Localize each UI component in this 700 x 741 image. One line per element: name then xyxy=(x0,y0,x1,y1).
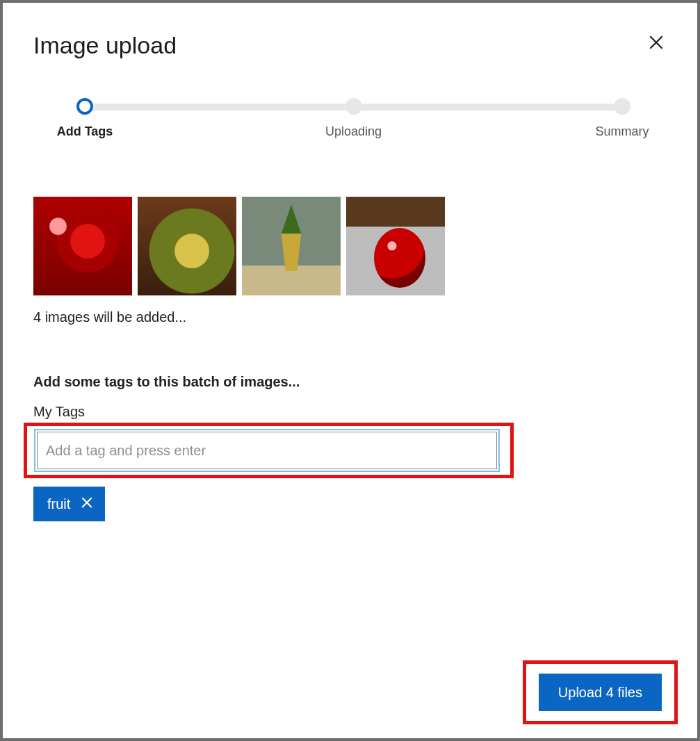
step-dot-icon xyxy=(76,98,93,115)
upload-button-highlight: Upload 4 files xyxy=(523,660,678,724)
tag-input-highlight xyxy=(24,423,514,478)
tag-chip-label: fruit xyxy=(47,496,70,512)
thumbnail-image[interactable] xyxy=(346,197,445,295)
step-label: Add Tags xyxy=(36,124,133,139)
dialog-header: Image upload xyxy=(33,32,667,59)
my-tags-label: My Tags xyxy=(33,404,667,420)
close-icon xyxy=(647,33,665,51)
progress-stepper: Add Tags Uploading Summary xyxy=(76,98,630,140)
tag-chip[interactable]: fruit xyxy=(33,487,105,521)
close-button[interactable] xyxy=(646,32,667,53)
image-upload-dialog: Image upload Add Tags Uploading Summary … xyxy=(3,3,697,738)
thumbnail-image[interactable] xyxy=(33,197,132,295)
tag-input[interactable] xyxy=(37,432,497,469)
step-dot-icon xyxy=(345,98,362,115)
remove-tag-icon[interactable] xyxy=(80,496,94,513)
step-summary: Summary xyxy=(573,98,671,139)
thumbnail-image[interactable] xyxy=(242,197,341,295)
tags-section-heading: Add some tags to this batch of images... xyxy=(33,374,667,390)
step-uploading: Uploading xyxy=(305,98,402,139)
dialog-title: Image upload xyxy=(33,32,177,59)
upload-files-button[interactable]: Upload 4 files xyxy=(539,674,662,711)
thumbnail-image[interactable] xyxy=(138,197,236,295)
step-label: Uploading xyxy=(305,124,402,139)
step-add-tags: Add Tags xyxy=(36,98,133,139)
step-dot-icon xyxy=(614,98,630,115)
thumbnail-row xyxy=(33,197,667,295)
thumbnail-status: 4 images will be added... xyxy=(33,309,667,325)
step-label: Summary xyxy=(573,124,671,139)
